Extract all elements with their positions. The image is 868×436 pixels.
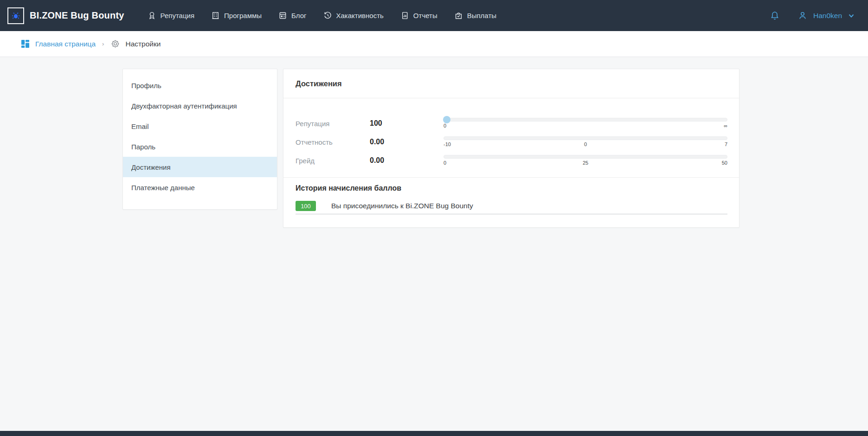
nav-item-payments[interactable]: Выплаты [448,6,503,25]
sidebar-item-email[interactable]: Email [123,116,277,136]
username: Han0ken [813,12,842,20]
slider-track[interactable] [444,155,727,159]
sidebar-item-payment-data[interactable]: Платежные данные [123,177,277,198]
metric-value: 0.00 [370,138,444,146]
report-icon [400,11,409,20]
panel-title: Достижения [296,79,342,88]
metric-row-reputation: Репутация 100 0 ∞ [296,114,727,133]
history-icon [323,11,332,20]
sidebar-item-profile[interactable]: Профиль [123,75,277,96]
grade-slider[interactable]: 0 25 50 [444,155,727,166]
slider-scale: -10 0 7 [444,141,727,147]
slider-scale: 0 25 50 [444,160,727,166]
chevron-down-icon [848,12,855,19]
metric-value: 0.00 [370,156,444,165]
breadcrumb-home[interactable]: Главная страница [20,39,96,49]
footer-bar [0,431,868,436]
dashboard-tiles-icon [20,39,30,49]
bug-logo-icon [7,7,24,24]
navbar-right: Han0ken [770,11,855,21]
slider-thumb[interactable] [443,116,450,123]
medal-icon [148,11,156,20]
slider-track[interactable] [444,136,727,140]
newspaper-icon [278,11,287,20]
history-title: История начисления баллов [296,184,727,192]
slider-scale: 0 ∞ [444,123,727,129]
points-badge: 100 [296,201,316,211]
nav-item-hackactivity[interactable]: Хакактивность [317,6,390,25]
breadcrumb-home-link[interactable]: Главная страница [35,40,96,48]
metrics-section: Репутация 100 0 ∞ Отчетность 0.00 [283,98,739,170]
section-divider [283,177,739,178]
nav-item-blog[interactable]: Блог [272,6,313,25]
breadcrumb: Главная страница › Настройки [0,31,868,57]
gear-icon [110,39,120,49]
settings-page: Профиль Двухфакторная аутентификация Ema… [0,57,868,436]
slider-track[interactable] [444,118,727,122]
top-navbar: BI.ZONE Bug Bounty Репутация Программы Б… [0,0,868,31]
breadcrumb-current-label: Настройки [125,40,161,48]
history-entry-text: Вы присоединились к Bi.ZONE Bug Bounty [331,202,473,210]
metric-row-grade: Грейд 0.00 0 25 50 [296,151,727,170]
main-navigation: Репутация Программы Блог Хакактивность [141,6,503,25]
nav-item-reports[interactable]: Отчеты [394,6,444,25]
user-menu[interactable]: Han0ken [797,11,855,21]
achievements-panel: Достижения Репутация 100 0 ∞ [283,69,739,228]
breadcrumb-current: Настройки [110,39,161,49]
history-entry: 100 Вы присоединились к Bi.ZONE Bug Boun… [296,201,727,214]
brand-logo[interactable]: BI.ZONE Bug Bounty [7,7,124,24]
reporting-slider[interactable]: -10 0 7 [444,136,727,147]
metric-label: Отчетность [296,138,370,146]
metric-value: 100 [370,119,444,128]
settings-sidebar: Профиль Двухфакторная аутентификация Ema… [122,69,277,210]
nav-item-programs[interactable]: Программы [205,6,268,25]
panel-header: Достижения [283,69,739,98]
brand-name: BI.ZONE Bug Bounty [30,10,124,21]
nav-item-reputation[interactable]: Репутация [141,6,201,25]
reputation-slider[interactable]: 0 ∞ [444,118,727,129]
breadcrumb-separator: › [102,40,104,47]
sidebar-item-password[interactable]: Пароль [123,136,277,157]
payout-bag-icon [454,11,463,20]
notifications-bell-icon[interactable] [770,11,780,21]
user-icon [797,11,808,21]
metric-label: Репутация [296,120,370,128]
sidebar-item-2fa[interactable]: Двухфакторная аутентификация [123,96,277,116]
metric-label: Грейд [296,157,370,165]
building-icon [211,11,220,20]
metric-row-reporting: Отчетность 0.00 -10 0 7 [296,133,727,151]
sidebar-item-achievements[interactable]: Достижения [123,157,277,177]
